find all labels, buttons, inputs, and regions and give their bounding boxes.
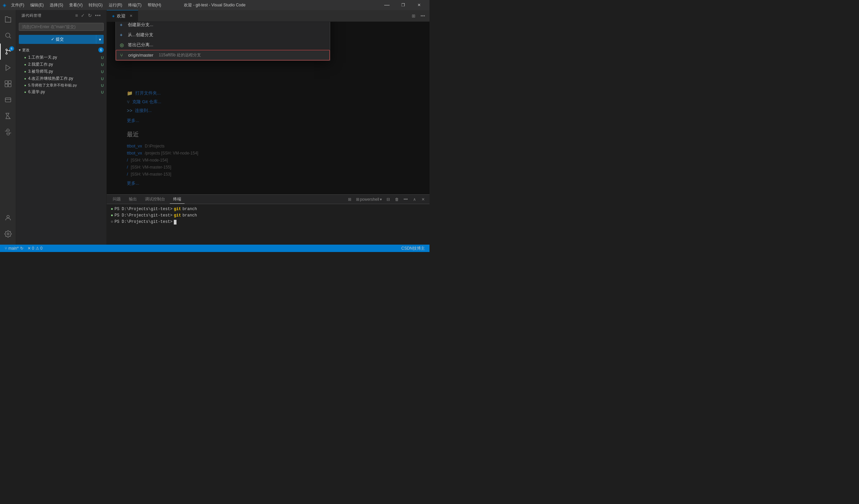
tab-close-icon[interactable]: ✕	[130, 14, 133, 18]
status-errors: ✕ 0	[28, 246, 34, 251]
panel-tab-problems[interactable]: 问题	[109, 195, 124, 203]
sidebar-refresh-icon[interactable]: ↻	[88, 13, 92, 18]
branch-icon: ⑂	[120, 52, 125, 58]
file-status-4: U	[101, 77, 104, 81]
menu-run[interactable]: 运行(R)	[106, 2, 125, 9]
menu-terminal[interactable]: 终端(T)	[125, 2, 144, 9]
activity-extensions[interactable]	[0, 76, 16, 92]
status-bar: ⑂ main* ↻ ✕ 0 ⚠ 0 CSDN技博主	[0, 245, 430, 252]
terminal-line-2: ● PS D:\Projects\git-test> git branch	[111, 212, 425, 219]
term-prompt-1: PS D:\Projects\git-test>	[115, 206, 172, 212]
panel-maximize-button[interactable]: ∧	[411, 196, 418, 203]
activity-git[interactable]: 6	[0, 44, 16, 60]
commit-dropdown-button[interactable]: ▾	[96, 35, 104, 44]
terminal-line-3: ○ PS D:\Projects\git-test>	[111, 219, 425, 225]
qp-checkout-detach-label: 签出已分离...	[128, 42, 153, 48]
commit-input[interactable]	[19, 23, 104, 31]
activity-account[interactable]	[0, 210, 16, 226]
qp-create-from-branch[interactable]: + 从...创建分支	[116, 30, 330, 40]
qp-create-from-label: 从...创建分支	[128, 32, 153, 38]
sidebar: 源代码管理 ≡ ✓ ↻ ••• ✓ 提交 ▾ ▾ 更改 6 ● 1.工作第一天.…	[16, 10, 107, 245]
activity-bottom	[0, 210, 16, 245]
menu-view[interactable]: 查看(V)	[66, 2, 85, 9]
commit-button[interactable]: ✓ 提交	[19, 35, 96, 44]
svg-rect-10	[8, 84, 11, 87]
term-dot-2: ●	[111, 212, 113, 219]
status-branch-name: main*	[9, 246, 19, 251]
file-item-4[interactable]: ● 4.改正并继续热爱工作.py U	[16, 75, 106, 82]
activity-remote[interactable]	[0, 92, 16, 108]
vscode-tab-icon: ◈	[112, 14, 115, 18]
activity-test[interactable]	[0, 108, 16, 124]
activity-python[interactable]	[0, 124, 16, 140]
panel-tabs: 问题 输出 调试控制台 终端 ⊞ ⊞ powershell ▾ ⊟ 🗑 ••• …	[107, 195, 430, 204]
activity-run[interactable]	[0, 60, 16, 76]
sidebar-title: 源代码管理	[21, 13, 42, 18]
terminal-content: ● PS D:\Projects\git-test> git branch ● …	[107, 204, 430, 227]
file-name-2: 2.我爱工作.py	[28, 62, 99, 67]
menu-help[interactable]: 帮助(H)	[145, 2, 164, 9]
status-errors-item[interactable]: ✕ 0 ⚠ 0	[26, 245, 45, 252]
activity-search[interactable]	[0, 28, 16, 44]
sidebar-check-icon[interactable]: ✓	[81, 13, 85, 18]
qp-create-branch[interactable]: + 创建新分支...	[116, 22, 330, 30]
menu-edit[interactable]: 编辑(E)	[28, 2, 46, 9]
activity-explorer[interactable]	[0, 11, 16, 28]
term-git-1: git	[174, 206, 181, 212]
panel-tab-output[interactable]: 输出	[125, 195, 140, 203]
svg-rect-7	[5, 81, 7, 83]
status-csdn[interactable]: CSDN技博主	[399, 245, 427, 252]
terminal-split-icon[interactable]: ⊟	[385, 196, 392, 203]
menu-goto[interactable]: 转到(G)	[86, 2, 105, 9]
sidebar-menu-icon[interactable]: ≡	[75, 13, 78, 18]
file-item-3[interactable]: ● 3.被导师骂.py U	[16, 68, 106, 75]
panel-tab-terminal[interactable]: 终端	[170, 195, 184, 204]
split-terminal-button[interactable]: ⊞	[346, 196, 353, 203]
powershell-icon: ⊞	[356, 197, 359, 202]
welcome-content: + 创建新分支... + 从...创建分支 ◎ 签出已分离...	[107, 22, 430, 194]
split-editor-button[interactable]: ⊞	[409, 12, 418, 20]
terminal-more-button[interactable]: •••	[402, 196, 409, 203]
file-item-1[interactable]: ● 1.工作第一天.py U	[16, 54, 106, 61]
file-name-6: 6.退学.py	[28, 89, 99, 95]
term-prompt-3: PS D:\Projects\git-test>	[115, 219, 172, 225]
menu-select[interactable]: 选择(S)	[47, 2, 66, 9]
panel-controls: ⊞ ⊞ powershell ▾ ⊟ 🗑 ••• ∧ ✕	[346, 196, 427, 203]
terminal-kill-button[interactable]: 🗑	[393, 196, 401, 203]
qp-origin-master-desc: 115af65b 处的远程分支	[159, 52, 201, 58]
file-name-5: 5.导师抢了文章并不给补贴.py	[28, 83, 99, 88]
sidebar-more-icon[interactable]: •••	[95, 13, 101, 18]
maximize-button[interactable]: ❐	[395, 0, 411, 10]
file-status-2: U	[101, 63, 104, 67]
activity-settings[interactable]	[0, 226, 16, 242]
quick-pick-list: + 创建新分支... + 从...创建分支 ◎ 签出已分离...	[116, 22, 330, 60]
term-prompt-2: PS D:\Projects\git-test>	[115, 212, 172, 219]
file-item-2[interactable]: ● 2.我爱工作.py U	[16, 61, 106, 68]
terminal-type-button[interactable]: ⊞ powershell ▾	[355, 196, 383, 203]
file-item-5[interactable]: ● 5.导师抢了文章并不给补贴.py U	[16, 82, 106, 89]
qp-checkout-detach[interactable]: ◎ 签出已分离...	[116, 40, 330, 50]
tab-label: 欢迎	[117, 13, 125, 19]
status-right: CSDN技博主	[399, 245, 427, 252]
panel-close-button[interactable]: ✕	[419, 196, 427, 203]
changes-section-header[interactable]: ▾ 更改 6	[16, 46, 106, 54]
panel-tab-debug[interactable]: 调试控制台	[141, 195, 168, 203]
changes-count-badge: 6	[98, 47, 104, 52]
tab-welcome[interactable]: ◈ 欢迎 ✕	[107, 10, 138, 22]
quick-pick-container: + 创建新分支... + 从...创建分支 ◎ 签出已分离...	[116, 22, 330, 61]
terminal-cursor	[174, 220, 177, 224]
close-button[interactable]: ✕	[411, 0, 427, 10]
file-item-6[interactable]: ● 6.退学.py U	[16, 89, 106, 95]
svg-rect-9	[5, 84, 7, 87]
more-actions-button[interactable]: •••	[419, 12, 427, 20]
menu-file[interactable]: 文件(F)	[9, 2, 27, 9]
qp-origin-master[interactable]: ⑂ origin/master 115af65b 处的远程分支	[116, 50, 330, 60]
term-cmd-1: branch	[183, 206, 197, 212]
window-title: 欢迎 - git-test - Visual Studio Code	[184, 2, 245, 8]
file-icon: ●	[24, 90, 26, 94]
svg-point-16	[7, 233, 9, 235]
commit-btn-row: ✓ 提交 ▾	[16, 35, 106, 46]
status-branch-item[interactable]: ⑂ main* ↻	[3, 245, 26, 252]
minimize-button[interactable]: —	[379, 0, 395, 10]
file-name-4: 4.改正并继续热爱工作.py	[28, 76, 99, 81]
